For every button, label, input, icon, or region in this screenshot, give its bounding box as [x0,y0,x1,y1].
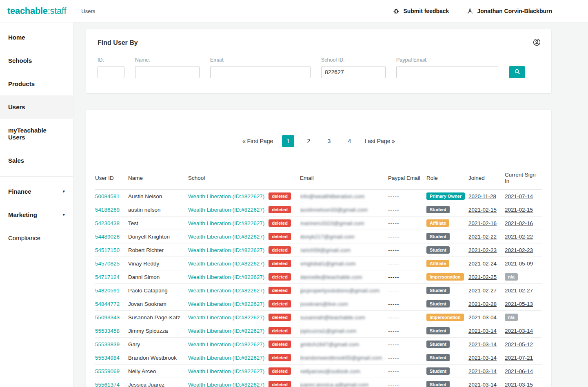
sidebar-item-schools[interactable]: Schools [0,49,73,72]
user-name-cell: Donyell Knighton [128,230,188,243]
role-badge: Impersonation [426,273,464,281]
sidebar-item-label: Compliance [8,234,40,241]
breadcrumb: Users [81,8,95,14]
sidebar-item-users[interactable]: Users [0,95,73,119]
email-cell: juarez.jessica.a@gmail.com [300,382,368,387]
school-link[interactable]: Wealth Liberation (ID:#822627) [188,328,264,334]
page-4[interactable]: 4 [343,135,355,147]
joined-date: 2021-03-14 [468,382,497,387]
page-2[interactable]: 2 [302,135,315,147]
user-id-link[interactable]: 54570825 [95,261,120,267]
sidebar-primary-nav: HomeSchoolsProductsUsersmyTeachable User… [0,26,73,172]
page-1-current[interactable]: 1 [282,135,294,147]
sign-in-date: 2021-03-14 [505,328,533,334]
school-link[interactable]: Wealth Liberation (ID:#822627) [188,274,264,280]
column-header-school: School [188,168,300,190]
sign-in-date: 2021-02-22 [505,234,533,240]
find-user-title: Find User By [98,39,540,46]
user-id-link[interactable]: 54230438 [95,220,120,226]
user-id-link[interactable]: 50084591 [95,193,120,199]
user-id-link[interactable]: 54186269 [95,207,120,213]
user-id-link[interactable]: 54844772 [95,301,120,307]
search-icon [514,69,520,76]
user-id-link[interactable]: 55093343 [95,314,120,321]
user-name-cell: Danni Simon [128,270,188,284]
sign-in-date: 2021-07-21 [505,355,533,361]
school-link[interactable]: Wealth Liberation (ID:#822627) [188,193,264,199]
chevron-down-icon: ▾ [62,211,65,218]
sidebar-item-finance[interactable]: Finance▾ [0,180,73,203]
table-row: 50084591Austin NelsonWealth Liberation (… [95,190,542,203]
column-header-paypal-email: Paypal Email [388,168,426,190]
paypal-email-cell: ----- [388,365,426,378]
role-badge: Student [426,246,450,254]
sidebar-item-sales[interactable]: Sales [0,149,73,172]
paypal-email-cell: ----- [388,284,426,297]
sidebar-item-compliance[interactable]: Compliance [0,226,73,250]
last-page-link[interactable]: Last Page » [364,136,396,146]
school-link[interactable]: Wealth Liberation (ID:#822627) [188,382,264,387]
find-id-input[interactable] [98,66,124,78]
sign-in-date: 2021-02-16 [505,220,533,226]
user-id-link[interactable]: 54717124 [95,274,120,280]
school-link[interactable]: Wealth Liberation (ID:#822627) [188,247,264,253]
user-name-cell: Jimmy Spicuzza [128,324,188,338]
page-numbers: 1234 [282,135,355,147]
find-school-id-input[interactable] [321,66,386,78]
school-link[interactable]: Wealth Liberation (ID:#822627) [188,287,264,294]
email-cell: rarich59@gmail.com [300,247,351,253]
user-id-link[interactable]: 55561374 [95,382,120,387]
column-header-role: Role [426,168,468,190]
email-cell: jspicuzza1@gmail.com [300,328,356,334]
sidebar-item-marketing[interactable]: Marketing▾ [0,203,73,226]
submit-feedback-label: Submit feedback [403,8,449,14]
column-header-current-sign-in: Current Sign In [505,168,542,190]
table-row: 54517150Robert RichterWealth Liberation … [95,243,542,257]
user-id-link[interactable]: 54489026 [95,234,120,240]
user-menu[interactable]: Jonathan Corvin-Blackburn [467,8,552,14]
school-link[interactable]: Wealth Liberation (ID:#822627) [188,368,264,374]
school-link[interactable]: Wealth Liberation (ID:#822627) [188,355,264,361]
person-circle-icon [533,38,541,48]
search-button[interactable] [509,66,525,78]
school-link[interactable]: Wealth Liberation (ID:#822627) [188,341,264,347]
role-badge: Affiliate [426,260,449,267]
sidebar-item-myteachable-users[interactable]: myTeachable Users [0,119,73,149]
field-label: ID: [98,57,124,63]
user-id-link[interactable]: 55534984 [95,355,120,361]
user-name-cell: austin nelson [128,203,188,217]
school-link[interactable]: Wealth Liberation (ID:#822627) [188,234,264,240]
role-badge: Student [426,233,450,240]
sidebar-item-label: Finance [8,188,31,195]
user-id-link[interactable]: 55533839 [95,341,120,347]
first-page-link[interactable]: « First Page [242,136,274,146]
sidebar: HomeSchoolsProductsUsersmyTeachable User… [0,22,73,387]
deleted-badge: deleted [268,287,291,294]
user-id-link[interactable]: 55533458 [95,328,120,334]
user-id-link[interactable]: 55559069 [95,368,120,374]
user-id-link[interactable]: 54517150 [95,247,120,253]
sidebar-item-home[interactable]: Home [0,26,73,49]
table-row: 54717124Danni SimonWealth Liberation (ID… [95,270,542,284]
sign-in-date: 2021-02-23 [505,247,533,253]
submit-feedback-button[interactable]: Submit feedback [393,8,449,14]
school-link[interactable]: Wealth Liberation (ID:#822627) [188,220,264,226]
find-paypal-email-input[interactable] [396,66,498,78]
sign-in-date: 2021-02-27 [505,287,533,294]
school-link[interactable]: Wealth Liberation (ID:#822627) [188,261,264,267]
sidebar-item-products[interactable]: Products [0,72,73,95]
school-link[interactable]: Wealth Liberation (ID:#822627) [188,301,264,307]
user-id-link[interactable]: 54820591 [95,287,120,294]
role-badge: Student [426,381,450,387]
paypal-email-cell: ----- [388,190,426,203]
app-logo[interactable]: teachable:staff [7,6,66,16]
school-link[interactable]: Wealth Liberation (ID:#822627) [188,207,264,213]
page-3[interactable]: 3 [323,135,335,147]
find-email-input[interactable] [210,66,311,78]
sign-in-date: 2021-05-09 [505,261,533,267]
school-link[interactable]: Wealth Liberation (ID:#822627) [188,314,264,321]
user-name-cell: Vinay Reddy [128,257,188,270]
role-badge: Affiliate [426,219,449,227]
find-name-input[interactable] [135,66,200,78]
deleted-badge: deleted [268,260,291,267]
